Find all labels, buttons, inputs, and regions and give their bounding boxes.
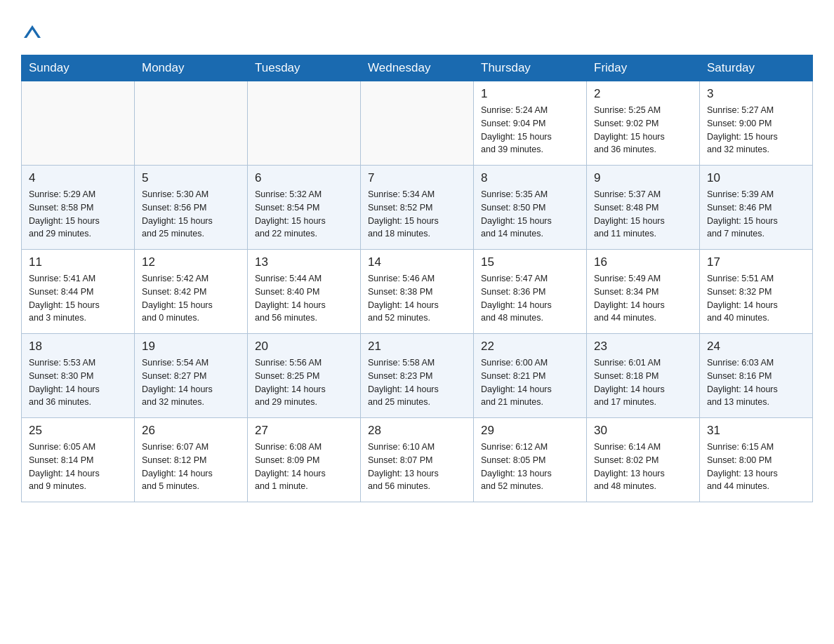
day-number: 8 xyxy=(481,171,579,185)
calendar-cell xyxy=(361,81,474,166)
calendar-cell: 14Sunrise: 5:46 AMSunset: 8:38 PMDayligh… xyxy=(361,250,474,334)
calendar-week-row: 1Sunrise: 5:24 AMSunset: 9:04 PMDaylight… xyxy=(22,81,813,166)
day-number: 31 xyxy=(707,424,805,438)
column-header-wednesday: Wednesday xyxy=(361,55,474,81)
calendar-cell xyxy=(22,81,135,166)
day-number: 1 xyxy=(481,87,579,101)
calendar-cell: 8Sunrise: 5:35 AMSunset: 8:50 PMDaylight… xyxy=(474,166,587,250)
calendar-cell: 31Sunrise: 6:15 AMSunset: 8:00 PMDayligh… xyxy=(700,418,813,502)
calendar-cell xyxy=(135,81,248,166)
day-info: Sunrise: 6:00 AMSunset: 8:21 PMDaylight:… xyxy=(481,356,579,409)
calendar-cell: 2Sunrise: 5:25 AMSunset: 9:02 PMDaylight… xyxy=(587,81,700,166)
column-header-saturday: Saturday xyxy=(700,55,813,81)
calendar-cell: 19Sunrise: 5:54 AMSunset: 8:27 PMDayligh… xyxy=(135,334,248,418)
calendar-cell: 26Sunrise: 6:07 AMSunset: 8:12 PMDayligh… xyxy=(135,418,248,502)
day-info: Sunrise: 5:35 AMSunset: 8:50 PMDaylight:… xyxy=(481,188,579,241)
day-number: 17 xyxy=(707,255,805,269)
day-number: 15 xyxy=(481,255,579,269)
day-number: 13 xyxy=(255,255,353,269)
day-info: Sunrise: 5:30 AMSunset: 8:56 PMDaylight:… xyxy=(142,188,240,241)
day-info: Sunrise: 5:49 AMSunset: 8:34 PMDaylight:… xyxy=(594,272,692,325)
calendar-cell: 15Sunrise: 5:47 AMSunset: 8:36 PMDayligh… xyxy=(474,250,587,334)
day-info: Sunrise: 6:01 AMSunset: 8:18 PMDaylight:… xyxy=(594,356,692,409)
calendar-cell: 9Sunrise: 5:37 AMSunset: 8:48 PMDaylight… xyxy=(587,166,700,250)
day-number: 14 xyxy=(368,255,466,269)
calendar-week-row: 11Sunrise: 5:41 AMSunset: 8:44 PMDayligh… xyxy=(22,250,813,334)
day-info: Sunrise: 5:58 AMSunset: 8:23 PMDaylight:… xyxy=(368,356,466,409)
day-info: Sunrise: 6:07 AMSunset: 8:12 PMDaylight:… xyxy=(142,441,240,493)
calendar-table: SundayMondayTuesdayWednesdayThursdayFrid… xyxy=(21,55,813,502)
calendar-cell: 13Sunrise: 5:44 AMSunset: 8:40 PMDayligh… xyxy=(248,250,361,334)
calendar-cell: 1Sunrise: 5:24 AMSunset: 9:04 PMDaylight… xyxy=(474,81,587,166)
calendar-cell: 3Sunrise: 5:27 AMSunset: 9:00 PMDaylight… xyxy=(700,81,813,166)
column-header-tuesday: Tuesday xyxy=(248,55,361,81)
day-info: Sunrise: 5:25 AMSunset: 9:02 PMDaylight:… xyxy=(594,104,692,156)
day-info: Sunrise: 5:24 AMSunset: 9:04 PMDaylight:… xyxy=(481,104,579,156)
day-info: Sunrise: 5:39 AMSunset: 8:46 PMDaylight:… xyxy=(707,188,805,241)
day-number: 26 xyxy=(142,424,240,438)
day-number: 27 xyxy=(255,424,353,438)
calendar-cell: 4Sunrise: 5:29 AMSunset: 8:58 PMDaylight… xyxy=(22,166,135,250)
day-info: Sunrise: 5:54 AMSunset: 8:27 PMDaylight:… xyxy=(142,356,240,409)
calendar-cell: 24Sunrise: 6:03 AMSunset: 8:16 PMDayligh… xyxy=(700,334,813,418)
day-number: 23 xyxy=(594,340,692,354)
day-info: Sunrise: 6:14 AMSunset: 8:02 PMDaylight:… xyxy=(594,441,692,493)
calendar-cell: 12Sunrise: 5:42 AMSunset: 8:42 PMDayligh… xyxy=(135,250,248,334)
day-info: Sunrise: 6:10 AMSunset: 8:07 PMDaylight:… xyxy=(368,441,466,493)
day-number: 22 xyxy=(481,340,579,354)
day-number: 28 xyxy=(368,424,466,438)
calendar-cell: 30Sunrise: 6:14 AMSunset: 8:02 PMDayligh… xyxy=(587,418,700,502)
day-info: Sunrise: 5:29 AMSunset: 8:58 PMDaylight:… xyxy=(29,188,127,241)
day-info: Sunrise: 6:05 AMSunset: 8:14 PMDaylight:… xyxy=(29,441,127,493)
calendar-cell: 20Sunrise: 5:56 AMSunset: 8:25 PMDayligh… xyxy=(248,334,361,418)
calendar-cell: 6Sunrise: 5:32 AMSunset: 8:54 PMDaylight… xyxy=(248,166,361,250)
day-info: Sunrise: 5:51 AMSunset: 8:32 PMDaylight:… xyxy=(707,272,805,325)
day-info: Sunrise: 5:47 AMSunset: 8:36 PMDaylight:… xyxy=(481,272,579,325)
column-header-friday: Friday xyxy=(587,55,700,81)
day-number: 4 xyxy=(29,171,127,185)
logo xyxy=(21,21,42,41)
day-number: 11 xyxy=(29,255,127,269)
day-info: Sunrise: 5:32 AMSunset: 8:54 PMDaylight:… xyxy=(255,188,353,241)
calendar-week-row: 25Sunrise: 6:05 AMSunset: 8:14 PMDayligh… xyxy=(22,418,813,502)
calendar-week-row: 4Sunrise: 5:29 AMSunset: 8:58 PMDaylight… xyxy=(22,166,813,250)
day-info: Sunrise: 5:34 AMSunset: 8:52 PMDaylight:… xyxy=(368,188,466,241)
day-number: 2 xyxy=(594,87,692,101)
day-info: Sunrise: 6:03 AMSunset: 8:16 PMDaylight:… xyxy=(707,356,805,409)
day-number: 10 xyxy=(707,171,805,185)
logo-triangle-icon xyxy=(22,22,42,41)
column-header-sunday: Sunday xyxy=(22,55,135,81)
calendar-cell: 21Sunrise: 5:58 AMSunset: 8:23 PMDayligh… xyxy=(361,334,474,418)
calendar-cell: 18Sunrise: 5:53 AMSunset: 8:30 PMDayligh… xyxy=(22,334,135,418)
day-number: 5 xyxy=(142,171,240,185)
day-info: Sunrise: 5:46 AMSunset: 8:38 PMDaylight:… xyxy=(368,272,466,325)
calendar-cell: 7Sunrise: 5:34 AMSunset: 8:52 PMDaylight… xyxy=(361,166,474,250)
header xyxy=(21,14,813,41)
day-number: 30 xyxy=(594,424,692,438)
calendar-week-row: 18Sunrise: 5:53 AMSunset: 8:30 PMDayligh… xyxy=(22,334,813,418)
day-info: Sunrise: 6:15 AMSunset: 8:00 PMDaylight:… xyxy=(707,441,805,493)
day-number: 12 xyxy=(142,255,240,269)
day-number: 18 xyxy=(29,340,127,354)
calendar-cell: 22Sunrise: 6:00 AMSunset: 8:21 PMDayligh… xyxy=(474,334,587,418)
day-number: 24 xyxy=(707,340,805,354)
day-info: Sunrise: 6:08 AMSunset: 8:09 PMDaylight:… xyxy=(255,441,353,493)
day-info: Sunrise: 5:42 AMSunset: 8:42 PMDaylight:… xyxy=(142,272,240,325)
day-number: 21 xyxy=(368,340,466,354)
calendar-cell: 5Sunrise: 5:30 AMSunset: 8:56 PMDaylight… xyxy=(135,166,248,250)
day-info: Sunrise: 5:37 AMSunset: 8:48 PMDaylight:… xyxy=(594,188,692,241)
calendar-cell: 17Sunrise: 5:51 AMSunset: 8:32 PMDayligh… xyxy=(700,250,813,334)
day-info: Sunrise: 5:53 AMSunset: 8:30 PMDaylight:… xyxy=(29,356,127,409)
calendar-cell: 27Sunrise: 6:08 AMSunset: 8:09 PMDayligh… xyxy=(248,418,361,502)
column-header-thursday: Thursday xyxy=(474,55,587,81)
day-number: 9 xyxy=(594,171,692,185)
column-header-monday: Monday xyxy=(135,55,248,81)
calendar-cell: 25Sunrise: 6:05 AMSunset: 8:14 PMDayligh… xyxy=(22,418,135,502)
day-info: Sunrise: 5:44 AMSunset: 8:40 PMDaylight:… xyxy=(255,272,353,325)
day-number: 7 xyxy=(368,171,466,185)
day-number: 29 xyxy=(481,424,579,438)
day-number: 25 xyxy=(29,424,127,438)
calendar-cell xyxy=(248,81,361,166)
calendar-cell: 11Sunrise: 5:41 AMSunset: 8:44 PMDayligh… xyxy=(22,250,135,334)
day-number: 16 xyxy=(594,255,692,269)
